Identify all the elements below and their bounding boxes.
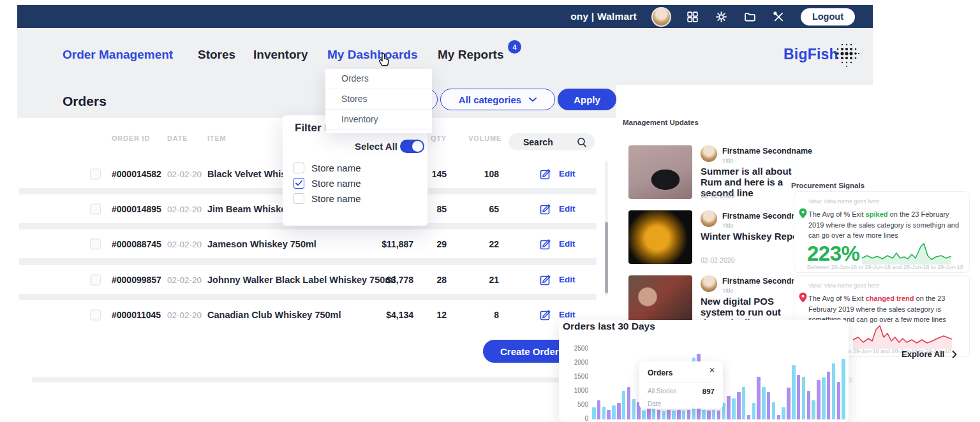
order-volume: 21 (472, 275, 499, 285)
bar (622, 391, 626, 419)
logout-button[interactable]: Logout (801, 8, 855, 25)
y-tick: 0 (561, 415, 588, 422)
nav-stores[interactable]: Stores (198, 48, 235, 62)
chart-tooltip: Orders ✕ All Stories897 Date (639, 361, 723, 409)
tools-icon[interactable] (772, 10, 786, 24)
update-thumbnail (628, 210, 692, 264)
col-order-id: ORDER ID (112, 135, 150, 142)
folder-icon[interactable] (743, 10, 757, 24)
order-volume: 8 (472, 310, 499, 320)
update-headline: Winter Whiskey Report (701, 231, 806, 242)
table-row[interactable]: #000099857 02-02-20 Johnny Walker Black … (17, 265, 616, 294)
checkbox-checked-icon[interactable] (293, 178, 304, 189)
bar (647, 407, 651, 419)
signal-view-label: View: View name goes here (808, 198, 879, 205)
edit-button[interactable]: Edit (539, 309, 575, 321)
bar (822, 377, 826, 419)
bar (607, 410, 611, 419)
bar (717, 411, 721, 419)
bar (682, 411, 686, 419)
bar (762, 387, 766, 419)
row-checkbox[interactable] (90, 274, 101, 285)
edit-pencil-icon (539, 168, 552, 180)
order-volume: 108 (472, 169, 499, 179)
author-role: Title (722, 222, 734, 229)
search-input[interactable]: Search (509, 133, 595, 150)
bar (742, 387, 746, 419)
author-role: Title (722, 287, 734, 294)
account-label: ony | Walmart (570, 11, 637, 22)
store-checkbox-option[interactable]: Store name (293, 193, 361, 204)
edit-label: Edit (559, 239, 575, 249)
bar (827, 372, 831, 419)
select-all-toggle[interactable] (400, 140, 424, 153)
order-volume: 22 (472, 239, 499, 249)
table-scrollbar-thumb[interactable] (605, 222, 608, 293)
menu-item-inventory[interactable]: Inventory (325, 110, 432, 130)
nav-inventory[interactable]: Inventory (253, 48, 308, 62)
user-avatar[interactable] (651, 7, 671, 27)
bar (787, 388, 791, 419)
order-id: #000099857 (112, 275, 161, 285)
bar (767, 392, 771, 419)
app-screen: ony | Walmart Logout Order Management St… (0, 0, 980, 422)
y-tick: 1500 (561, 373, 588, 380)
edit-button[interactable]: Edit (539, 238, 575, 251)
bar (707, 411, 711, 419)
edit-label: Edit (559, 169, 575, 178)
bar (627, 387, 631, 419)
bar (727, 396, 731, 419)
store-checkbox-option[interactable]: Store name (293, 163, 361, 173)
signal-keyword: spiked (866, 210, 888, 218)
edit-button[interactable]: Edit (539, 168, 575, 180)
checkbox-unchecked-icon[interactable] (293, 163, 304, 173)
tooltip-value: 897 (702, 388, 715, 395)
apply-button[interactable]: Apply (558, 89, 616, 110)
bar (802, 377, 806, 419)
row-checkbox[interactable] (90, 203, 101, 214)
bar (642, 411, 646, 419)
author-avatar (701, 210, 717, 227)
menu-item-stores[interactable]: Stores (325, 89, 432, 110)
edit-button[interactable]: Edit (539, 203, 575, 215)
order-date: 02-02-20 (167, 239, 202, 249)
nav-order-management[interactable]: Order Management (63, 48, 173, 62)
page-title: Orders (63, 94, 107, 109)
bar (812, 400, 815, 419)
bar (817, 380, 820, 419)
y-tick: 500 (561, 401, 588, 408)
signal-sparkline (853, 323, 952, 349)
checkbox-unchecked-icon[interactable] (293, 193, 304, 204)
order-item: Jameson Whiskey 750ml (207, 239, 316, 249)
edit-label: Edit (559, 204, 575, 214)
categories-dropdown[interactable]: All categories (440, 89, 555, 110)
bar (807, 391, 811, 419)
close-icon[interactable]: ✕ (709, 366, 715, 375)
bar (667, 410, 671, 419)
table-row[interactable]: #000011045 02-02-20 Canadian Club Whiske… (17, 300, 616, 329)
bar (612, 405, 616, 419)
row-checkbox[interactable] (90, 168, 101, 179)
explore-all-link[interactable]: Explore All (902, 349, 957, 359)
store-checkbox-option[interactable]: Store name (293, 178, 361, 189)
gear-icon[interactable] (715, 10, 729, 24)
edit-label: Edit (559, 310, 575, 319)
nav-my-dashboards[interactable]: My Dashboards (327, 48, 417, 62)
apps-grid-icon[interactable] (686, 10, 700, 24)
nav-my-reports[interactable]: My Reports (438, 48, 503, 62)
menu-item-orders[interactable]: Orders (325, 69, 432, 89)
bar (617, 403, 621, 419)
table-row[interactable]: #000088745 02-02-20 Jameson Whiskey 750m… (17, 229, 616, 258)
order-qty: 28 (416, 275, 447, 285)
edit-button[interactable]: Edit (539, 273, 575, 286)
bar (782, 407, 785, 419)
bar (677, 410, 681, 419)
row-checkbox[interactable] (90, 309, 101, 320)
author-role: Title (722, 157, 734, 164)
signal-card[interactable]: View: View name goes here The Avg of % E… (794, 191, 970, 273)
order-qty: 12 (416, 310, 447, 320)
bar (602, 407, 606, 419)
pin-icon (799, 208, 807, 219)
chevron-right-icon (952, 351, 957, 358)
row-checkbox[interactable] (90, 238, 101, 249)
